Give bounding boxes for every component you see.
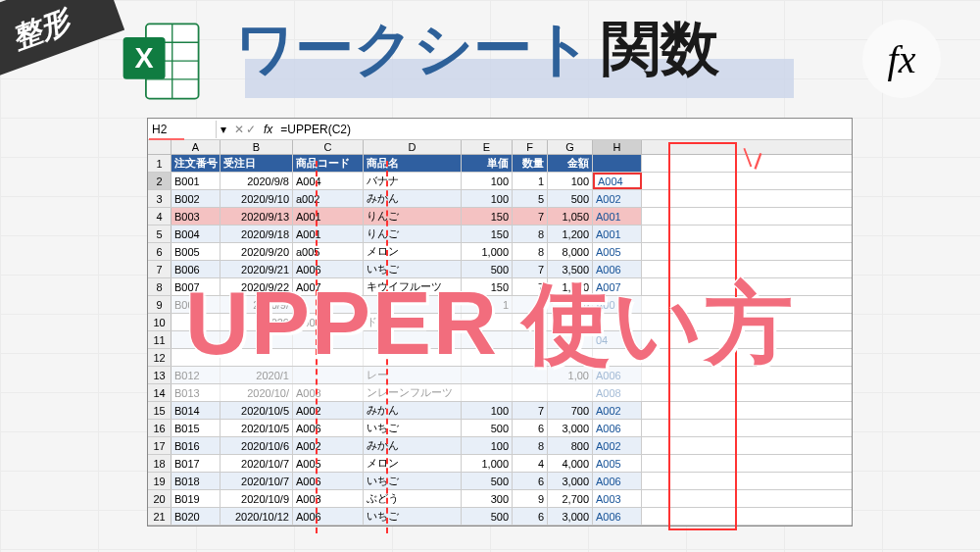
cell-order-no[interactable]: B004 <box>172 226 220 242</box>
cell-name[interactable]: りんご <box>364 208 462 225</box>
row-header[interactable]: 6 <box>148 243 172 260</box>
cell-order-no[interactable]: B005 <box>172 243 220 260</box>
cell-name[interactable]: みかん <box>364 402 462 419</box>
row-header[interactable]: 7 <box>148 261 172 277</box>
cell-name[interactable]: メロン <box>364 243 462 260</box>
cell-amount[interactable]: 3,000 <box>548 420 593 436</box>
cell-code[interactable]: a005 <box>293 243 364 260</box>
cell-amount[interactable]: 900 <box>548 296 593 313</box>
formula-input[interactable]: =UPPER(C2) <box>276 121 852 138</box>
cell-qty[interactable]: 7 <box>513 402 548 419</box>
cell-order-no[interactable]: B017 <box>172 455 220 472</box>
cell-amount[interactable] <box>548 314 593 330</box>
cell-order-date[interactable]: 2020/10/ <box>220 384 293 401</box>
col-header-F[interactable]: F <box>513 140 548 154</box>
cell-order-date[interactable]: 2020/10/9 <box>220 490 293 507</box>
cancel-icon[interactable]: ✕ <box>234 123 244 136</box>
row-header[interactable]: 9 <box>148 296 172 313</box>
cell-order-no[interactable]: B002 <box>172 190 220 207</box>
cell-qty[interactable]: 9 <box>513 490 548 507</box>
col-header-G[interactable]: G <box>548 140 593 154</box>
cell-name[interactable]: いちご <box>364 473 462 489</box>
cell-order-no[interactable]: B006 <box>172 261 220 277</box>
row-header[interactable]: 3 <box>148 190 172 207</box>
cell-order-date[interactable] <box>220 331 293 348</box>
hdr-price[interactable]: 単価 <box>462 155 513 172</box>
cell-qty[interactable] <box>513 296 548 313</box>
cell-price[interactable]: 100 <box>462 173 513 189</box>
cell-amount[interactable]: 1,200 <box>548 226 593 242</box>
cell-name[interactable]: いちご <box>364 420 462 436</box>
cell-upper[interactable]: A001 <box>593 208 642 225</box>
col-header-B[interactable]: B <box>220 140 293 154</box>
row-header[interactable]: 14 <box>148 384 172 401</box>
cell-upper[interactable]: A002 <box>593 190 642 207</box>
cell-name[interactable]: みかん <box>364 190 462 207</box>
col-header-H[interactable]: H <box>593 140 642 154</box>
cell-order-date[interactable]: 2020/9/22 <box>220 278 293 295</box>
cell-order-date[interactable]: 2020/9/8 <box>220 173 293 189</box>
row-header[interactable]: 15 <box>148 402 172 419</box>
hdr-amount[interactable]: 金額 <box>548 155 593 172</box>
cell-amount[interactable] <box>548 331 593 348</box>
cell-order-date[interactable]: 2020/9/13 <box>220 208 293 225</box>
cell-qty[interactable]: 7 <box>513 208 548 225</box>
cell-name[interactable]: ンレーンフルーツ <box>364 384 462 401</box>
cell-qty[interactable]: 4 <box>513 455 548 472</box>
cell-order-date[interactable]: 2020/9/20 <box>220 243 293 260</box>
cell-name[interactable]: キウイフルーツ <box>364 278 462 295</box>
cell-price[interactable]: 1 <box>462 296 513 313</box>
cell-upper[interactable]: A002 <box>593 437 642 454</box>
cell-code[interactable]: A006 <box>293 473 364 489</box>
cell-upper[interactable]: A006 <box>593 367 642 383</box>
cell-qty[interactable]: 1 <box>513 173 548 189</box>
row-header[interactable]: 18 <box>148 455 172 472</box>
row-header[interactable]: 17 <box>148 437 172 454</box>
cell-order-date[interactable]: 2020 <box>220 314 293 330</box>
cell-price[interactable]: 1,000 <box>462 243 513 260</box>
cell-upper[interactable]: A003 <box>593 490 642 507</box>
cell-code[interactable]: A003 <box>293 490 364 507</box>
cell-price[interactable] <box>462 349 513 366</box>
cell-order-no[interactable]: B007 <box>172 278 220 295</box>
cell-code[interactable]: A007 <box>293 278 364 295</box>
cell-code[interactable]: A008 <box>293 384 364 401</box>
name-box[interactable]: H2 <box>148 121 217 138</box>
hdr-order-no[interactable]: 注文番号 <box>172 155 220 172</box>
cell-amount[interactable]: 500 <box>548 190 593 207</box>
col-header-D[interactable]: D <box>364 140 462 154</box>
cell-code[interactable]: A002 <box>293 437 364 454</box>
cell-amount[interactable]: 100 <box>548 173 593 189</box>
row-header[interactable]: 11 <box>148 331 172 348</box>
cell-qty[interactable] <box>513 367 548 383</box>
row-header[interactable]: 21 <box>148 508 172 525</box>
cell-price[interactable]: 500 <box>462 261 513 277</box>
cell-order-date[interactable]: 2020/9/21 <box>220 261 293 277</box>
cell-amount[interactable]: 1,050 <box>548 278 593 295</box>
row-header[interactable]: 4 <box>148 208 172 225</box>
cell-qty[interactable]: 6 <box>513 473 548 489</box>
cell-name[interactable] <box>364 296 462 313</box>
select-all-corner[interactable] <box>148 140 172 154</box>
cell-order-date[interactable]: 2020/10/5 <box>220 420 293 436</box>
cell-amount[interactable]: 4,000 <box>548 455 593 472</box>
cell-qty[interactable]: 10 <box>513 314 548 330</box>
cell-upper[interactable]: A006 <box>593 261 642 277</box>
cell-qty[interactable]: 5 <box>513 190 548 207</box>
cell-order-date[interactable]: 2020/10/6 <box>220 437 293 454</box>
hdr-h[interactable] <box>593 155 642 172</box>
cell-order-no[interactable]: B014 <box>172 402 220 419</box>
cell-qty[interactable]: 0 <box>513 331 548 348</box>
cell-order-date[interactable] <box>220 349 293 366</box>
cell-order-no[interactable]: B019 <box>172 490 220 507</box>
row-header[interactable]: 5 <box>148 226 172 242</box>
cell-upper[interactable]: A006 <box>593 420 642 436</box>
cell-name[interactable]: メロン <box>364 455 462 472</box>
cell-order-no[interactable]: B013 <box>172 384 220 401</box>
cell-name[interactable]: みかん <box>364 437 462 454</box>
row-header[interactable]: 2 <box>148 173 172 189</box>
cell-name[interactable]: バナナ <box>364 173 462 189</box>
cell-code[interactable]: A005 <box>293 455 364 472</box>
fx-icon[interactable]: fx <box>260 123 276 136</box>
cell-amount[interactable]: 3,000 <box>548 473 593 489</box>
